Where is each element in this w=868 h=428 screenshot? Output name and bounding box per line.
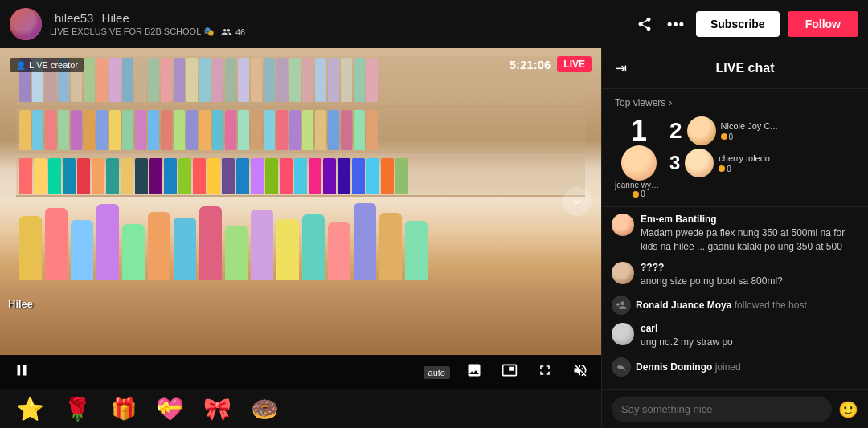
viewer-avatar-1[interactable] [621,145,657,181]
viewer-avatar-3[interactable] [685,149,714,177]
video-controls: auto [0,355,601,389]
channel-avatar[interactable] [10,8,42,40]
person-add-icon [616,300,627,311]
channel-name: hilee53 Hilee [50,11,633,25]
viewer-name-2: Nicole Joy C... [721,121,778,131]
pip-icon [502,362,518,378]
chat-message-0: Em-em Bantiling Madam pwede pa flex nung… [612,214,858,254]
viewer-coins-3: 0 [719,165,770,173]
subscribe-button[interactable]: Subscribe [696,11,780,37]
rank-number-2: 2 [669,120,682,142]
emoji-heart[interactable]: 💝 [156,396,184,422]
shelf-1 [16,56,585,105]
header: hilee53 Hilee LIVE EXCLUSIVE FOR B2B SCH… [0,0,868,48]
msg-username-1: ???? [641,262,783,273]
viewers-row: 1 jeanne wyet... 0 2 Nicole Jo [615,116,855,198]
person-icon [221,26,232,38]
msg-text-1: anong size po ng boot sa 800ml? [641,275,783,288]
share-icon [637,16,653,32]
viewer-number: 46 [235,27,245,37]
shelf-2 [16,108,585,153]
viewer-name-3: cherry toledo [719,153,770,163]
msg-username-3: carl [641,323,733,334]
viewer-coins-2: 0 [721,132,778,141]
subtitle-text: LIVE EXCLUSIVE FOR B2B SCHOOL 🎭 [50,26,215,37]
emoji-ribbon[interactable]: 🎀 [203,396,231,422]
exit-chat-icon[interactable]: ⇥ [615,59,627,77]
scroll-down-button[interactable] [563,187,592,216]
shelf-3 [16,157,585,197]
msg-avatar-1[interactable] [612,262,634,284]
image-icon [466,362,482,378]
timer-badge: 5:21:06 LIVE [510,56,592,72]
big-bottles [16,200,585,283]
viewer-info-2: Nicole Joy C... 0 [721,121,778,141]
chat-input[interactable] [612,397,832,422]
live-creator-badge: LIVE creator [10,58,84,72]
viewers-right-col: 2 Nicole Joy C... 0 3 [669,116,778,177]
auto-label[interactable]: auto [424,366,450,379]
emoji-star[interactable]: ⭐ [16,396,44,422]
emoji-gift[interactable]: 🎁 [111,397,137,422]
more-button[interactable]: ••• [664,13,688,36]
msg-avatar-4 [612,357,631,377]
viewer-avatar-2[interactable] [687,116,716,145]
chat-messages[interactable]: Em-em Bantiling Madam pwede pa flex nung… [602,207,868,389]
image-button[interactable] [463,361,485,384]
video-container: LIVE creator 5:21:06 LIVE Hilee [0,48,601,355]
viewer-coins-1: 0 [633,190,645,198]
msg-avatar-0[interactable] [612,214,634,236]
top-viewers-label: Top viewers › [615,97,855,108]
share-button[interactable] [633,13,656,35]
msg-text-0: Madam pwede pa flex nung 350 at 500ml na… [641,226,858,254]
msg-username-0: Em-em Bantiling [641,214,858,225]
emoji-picker-button[interactable]: 🙂 [838,400,858,419]
channel-info: hilee53 Hilee LIVE EXCLUSIVE FOR B2B SCH… [50,11,633,38]
main-content: LIVE creator 5:21:06 LIVE Hilee auto [0,48,868,428]
fullscreen-icon [537,362,553,378]
msg-content-0: Em-em Bantiling Madam pwede pa flex nung… [641,214,858,254]
mute-button[interactable] [569,361,592,384]
msg-avatar-3[interactable] [612,323,634,345]
display-name: Hilee [102,11,129,25]
rank-number-3: 3 [669,153,680,173]
top-viewers-section: Top viewers › 1 jeanne wyet... 0 [602,89,868,207]
username: hilee53 [55,11,93,25]
chevron-right-icon: › [669,97,672,108]
rank-number-1: 1 [631,116,647,145]
pause-icon [13,361,31,379]
chat-message-3: carl ung no.2 my straw po [612,323,858,349]
msg-content-3: carl ung no.2 my straw po [641,323,733,349]
fullscreen-button[interactable] [534,361,556,384]
live-badge: LIVE [557,56,592,72]
emoji-donut[interactable]: 🍩 [251,396,279,422]
chat-message-2: Ronald Juance Moya followed the host [612,296,858,315]
bottles-display [0,48,601,355]
more-icon: ••• [667,16,685,33]
msg-text-2: Ronald Juance Moya followed the host [636,300,807,311]
chat-input-row: 🙂 [602,389,868,428]
mute-icon [572,362,588,378]
chat-header: ⇥ LIVE chat [602,48,868,89]
viewer-info-3: cherry toledo 0 [719,153,770,173]
chat-message-1: ???? anong size po ng boot sa 800ml? [612,262,858,288]
msg-avatar-2 [612,296,631,315]
pip-button[interactable] [498,361,521,384]
timer-text: 5:21:06 [510,58,551,71]
viewer-rank-2: 2 Nicole Joy C... 0 [669,116,778,145]
emoji-bar: ⭐ 🌹 🎁 💝 🎀 🍩 [0,389,601,428]
emoji-rose[interactable]: 🌹 [63,396,92,422]
chevron-down-icon [571,195,583,208]
msg-text-3: ung no.2 my straw po [641,336,733,349]
msg-text-4: Dennis Domingo joined [636,361,741,373]
video-area: LIVE creator 5:21:06 LIVE Hilee auto [0,48,601,428]
login-icon [616,361,627,373]
live-creator-text: LIVE creator [29,60,78,70]
play-pause-button[interactable] [10,360,34,385]
viewer-count: 46 [221,26,245,38]
channel-subtitle: LIVE EXCLUSIVE FOR B2B SCHOOL 🎭 46 [50,26,633,38]
chat-panel: ⇥ LIVE chat Top viewers › 1 jeanne wyet.… [601,48,868,428]
chat-message-4: Dennis Domingo joined [612,357,858,377]
viewer-rank-3: 3 cherry toledo 0 [669,149,778,177]
follow-button[interactable]: Follow [788,11,858,37]
